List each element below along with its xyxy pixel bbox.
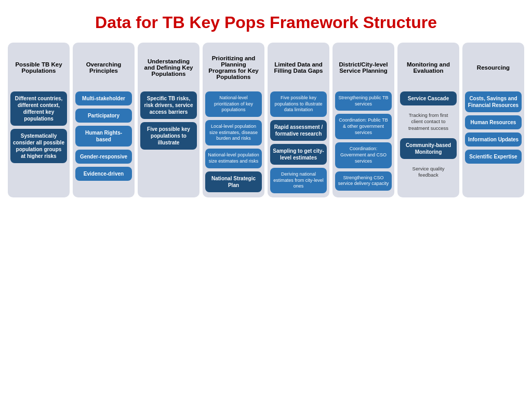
column-col1: Possible TB Key PopulationsDifferent cou…: [8, 43, 70, 197]
col-header-col8: Resourcing: [465, 47, 522, 88]
card-col3-0: Specific TB risks, risk drivers, service…: [140, 91, 197, 119]
card-col8-1: Human Resources: [465, 115, 522, 129]
card-col5-2: Sampling to get city-level estimates: [270, 144, 327, 165]
col-header-col1: Possible TB Key Populations: [10, 47, 67, 88]
framework-container: Possible TB Key PopulationsDifferent cou…: [5, 43, 527, 197]
page-title: Data for TB Key Pops Framework Structure: [5, 13, 527, 32]
card-col8-0: Costs, Savings and Financial Resources: [465, 91, 522, 112]
card-col2-0: Multi-stakeholder: [75, 91, 132, 105]
column-col5: Limited Data and Filling Data GapsFive p…: [268, 43, 329, 197]
card-col4-1: Local-level population size estimates, d…: [205, 120, 262, 145]
column-col6: District/City-level Service PlanningStre…: [332, 43, 394, 197]
card-col1-1: Systematically consider all possible pop…: [10, 129, 67, 163]
card-col2-1: Participatory: [75, 109, 132, 123]
col-header-col4: Prioritizing and Planning Programs for K…: [205, 47, 262, 88]
card-col6-2: Coordination: Government and CSO service…: [335, 142, 392, 168]
card-col2-2: Human Rights-based: [75, 126, 132, 147]
card-col2-4: Evidence-driven: [75, 167, 132, 181]
card-col6-3: Strengthening CSO service delivery capac…: [335, 171, 392, 191]
card-col8-3: Scientific Expertise: [465, 150, 522, 164]
column-col3: Understanding and Defining Key Populatio…: [138, 43, 200, 197]
card-col7-2: Community-based Monitoring: [400, 138, 457, 159]
card-col2-3: Gender-responsive: [75, 150, 132, 164]
card-col4-0: National-level prioritization of key pop…: [205, 91, 262, 117]
card-col4-2: National-level population size estimates…: [205, 149, 262, 168]
card-col7-0: Service Cascade: [400, 91, 457, 105]
card-col7-1: Tracking from first client contact to tr…: [400, 109, 457, 135]
card-col6-0: Strengthening public TB services: [335, 91, 392, 111]
card-col1-0: Different countries, different context, …: [10, 91, 67, 126]
card-col3-1: Five possible key populations to illustr…: [140, 122, 197, 150]
col-header-col5: Limited Data and Filling Data Gaps: [270, 47, 327, 88]
card-col6-1: Coordination: Public TB & other governme…: [335, 114, 392, 139]
card-col5-1: Rapid assessment / formative research: [270, 120, 327, 141]
column-col4: Prioritizing and Planning Programs for K…: [203, 43, 264, 197]
col-header-col7: Monitoring and Evaluation: [400, 47, 457, 88]
card-col7-3: Service quality feedback: [400, 162, 457, 182]
card-col4-3: National Strategic Plan: [205, 171, 262, 192]
card-col5-0: Five possible key populations to illustr…: [270, 91, 327, 117]
card-col5-3: Deriving national estimates from city-le…: [270, 168, 327, 193]
col-header-col6: District/City-level Service Planning: [335, 47, 392, 88]
column-col8: ResourcingCosts, Savings and Financial R…: [462, 43, 524, 197]
col-header-col2: Overarching Principles: [75, 47, 132, 88]
column-col7: Monitoring and EvaluationService Cascade…: [397, 43, 459, 197]
column-col2: Overarching PrinciplesMulti-stakeholderP…: [73, 43, 135, 197]
card-col8-2: Information Updates: [465, 132, 522, 147]
col-header-col3: Understanding and Defining Key Populatio…: [140, 47, 197, 88]
